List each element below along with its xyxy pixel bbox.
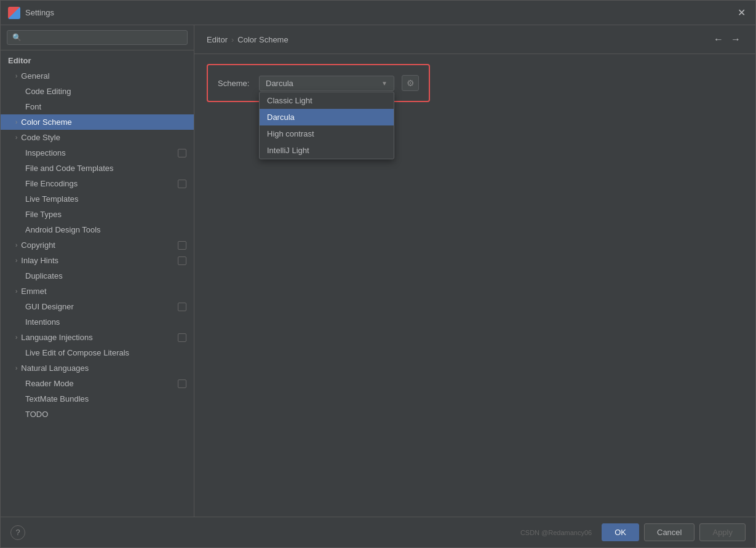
sidebar-item-label: Emmet bbox=[21, 287, 46, 296]
sidebar-item-label: Language Injections bbox=[21, 333, 92, 342]
sidebar-item-label: Font bbox=[25, 102, 41, 111]
sidebar-item-label: File Types bbox=[25, 210, 62, 219]
chevron-icon: › bbox=[15, 73, 17, 79]
scheme-dropdown[interactable]: Darcula ▼ bbox=[259, 76, 394, 91]
scheme-label: Scheme: bbox=[218, 79, 252, 88]
dialog-title: Settings bbox=[25, 8, 54, 17]
sidebar-item-general[interactable]: › General bbox=[1, 68, 194, 84]
sidebar-item-label: Inlay Hints bbox=[21, 256, 58, 265]
sidebar-item-duplicates[interactable]: Duplicates bbox=[1, 268, 194, 284]
scheme-option-darcula[interactable]: Darcula bbox=[260, 109, 394, 125]
chevron-icon: › bbox=[15, 119, 17, 125]
scheme-dropdown-wrapper: Darcula ▼ Classic Light Darcula High con… bbox=[259, 76, 394, 91]
sidebar-item-label: Code Style bbox=[21, 133, 60, 142]
scheme-option-classic-light[interactable]: Classic Light bbox=[260, 92, 394, 109]
expand-icon bbox=[178, 379, 186, 388]
dialog-body: Editor › General Code Editing Font › bbox=[1, 25, 755, 517]
gear-button[interactable]: ⚙ bbox=[402, 75, 419, 91]
forward-arrow[interactable]: → bbox=[728, 33, 743, 46]
sidebar-item-color-scheme[interactable]: › Color Scheme bbox=[1, 114, 194, 130]
sidebar-item-natural-languages[interactable]: › Natural Languages bbox=[1, 360, 194, 376]
close-button[interactable]: ✕ bbox=[735, 7, 748, 19]
sidebar-item-copyright[interactable]: › Copyright bbox=[1, 237, 194, 253]
sidebar-item-inlay-hints[interactable]: › Inlay Hints bbox=[1, 253, 194, 268]
expand-icon bbox=[178, 180, 186, 188]
scheme-row: Scheme: Darcula ▼ Classic Light Darcula … bbox=[218, 75, 419, 91]
sidebar-item-label: GUI Designer bbox=[25, 302, 74, 311]
title-bar-left: Settings bbox=[8, 7, 54, 19]
help-button[interactable]: ? bbox=[10, 525, 25, 540]
search-input[interactable] bbox=[7, 30, 188, 45]
bottom-bar: ? CSDN @Redamancy06 OK Cancel Apply bbox=[1, 517, 755, 547]
watermark: CSDN @Redamancy06 bbox=[520, 529, 592, 536]
sidebar-item-label: Inspections bbox=[25, 148, 66, 157]
breadcrumb: Editor › Color Scheme ← → bbox=[194, 25, 755, 54]
sidebar-item-live-templates[interactable]: Live Templates bbox=[1, 191, 194, 207]
bottom-buttons: OK Cancel Apply bbox=[602, 523, 746, 541]
scheme-option-high-contrast[interactable]: High contrast bbox=[260, 125, 394, 142]
expand-icon bbox=[178, 241, 186, 250]
sidebar-item-todo[interactable]: TODO bbox=[1, 407, 194, 422]
sidebar-item-file-encodings[interactable]: File Encodings bbox=[1, 176, 194, 191]
scheme-dropdown-popup: Classic Light Darcula High contrast Inte… bbox=[259, 92, 394, 159]
chevron-icon: › bbox=[15, 288, 17, 295]
sidebar-item-file-code-templates[interactable]: File and Code Templates bbox=[1, 161, 194, 176]
nav-arrows: ← → bbox=[711, 33, 743, 46]
settings-dialog: Settings ✕ Editor › General bbox=[0, 0, 756, 548]
main-content: Editor › Color Scheme ← → Scheme: D bbox=[194, 25, 755, 517]
sidebar-item-label: Live Edit of Compose Literals bbox=[25, 348, 129, 357]
sidebar-item-inspections[interactable]: Inspections bbox=[1, 145, 194, 161]
sidebar-item-font[interactable]: Font bbox=[1, 99, 194, 114]
breadcrumb-path: Editor › Color Scheme bbox=[207, 35, 288, 44]
sidebar-item-label: File Encodings bbox=[25, 179, 78, 188]
expand-icon bbox=[178, 256, 186, 265]
sidebar-item-label: File and Code Templates bbox=[25, 164, 114, 173]
title-bar: Settings ✕ bbox=[1, 1, 755, 25]
sidebar-item-label: Color Scheme bbox=[21, 117, 71, 127]
expand-icon bbox=[178, 149, 186, 157]
chevron-icon: › bbox=[15, 365, 17, 371]
back-arrow[interactable]: ← bbox=[711, 33, 726, 46]
breadcrumb-editor: Editor bbox=[207, 35, 228, 44]
sidebar-item-file-types[interactable]: File Types bbox=[1, 207, 194, 222]
search-box bbox=[1, 25, 194, 50]
sidebar-item-label: Reader Mode bbox=[25, 379, 74, 388]
sidebar-item-android-design-tools[interactable]: Android Design Tools bbox=[1, 222, 194, 237]
sidebar-item-textmate-bundles[interactable]: TextMate Bundles bbox=[1, 391, 194, 407]
sidebar-item-label: Live Templates bbox=[25, 194, 78, 204]
sidebar-item-code-style[interactable]: › Code Style bbox=[1, 130, 194, 145]
sidebar-item-label: Duplicates bbox=[25, 271, 63, 280]
sidebar-content: Editor › General Code Editing Font › bbox=[1, 50, 194, 517]
chevron-icon: › bbox=[15, 134, 17, 141]
scheme-selected-value: Darcula bbox=[266, 79, 293, 88]
sidebar-item-live-edit[interactable]: Live Edit of Compose Literals bbox=[1, 345, 194, 360]
sidebar-item-gui-designer[interactable]: GUI Designer bbox=[1, 299, 194, 314]
sidebar-item-emmet[interactable]: › Emmet bbox=[1, 284, 194, 299]
scheme-option-intellij-light[interactable]: IntelliJ Light bbox=[260, 142, 394, 159]
sidebar-item-reader-mode[interactable]: Reader Mode bbox=[1, 376, 194, 391]
sidebar-item-label: Android Design Tools bbox=[25, 225, 101, 234]
scheme-panel: Scheme: Darcula ▼ Classic Light Darcula … bbox=[207, 64, 430, 102]
editor-label: Editor bbox=[8, 56, 31, 65]
sidebar-item-label: TextMate Bundles bbox=[25, 394, 89, 403]
ok-button[interactable]: OK bbox=[602, 523, 639, 541]
chevron-icon: › bbox=[15, 257, 17, 264]
sidebar-item-code-editing[interactable]: Code Editing bbox=[1, 84, 194, 99]
sidebar-item-label: General bbox=[21, 71, 49, 81]
chevron-icon: › bbox=[15, 242, 17, 248]
sidebar-item-label: Copyright bbox=[21, 240, 55, 250]
gear-icon: ⚙ bbox=[407, 78, 415, 88]
help-icon: ? bbox=[15, 528, 20, 537]
cancel-button[interactable]: Cancel bbox=[644, 523, 694, 541]
sidebar-item-language-injections[interactable]: › Language Injections bbox=[1, 330, 194, 345]
breadcrumb-color-scheme: Color Scheme bbox=[237, 35, 288, 44]
sidebar-item-label: TODO bbox=[25, 410, 48, 419]
expand-icon bbox=[178, 333, 186, 342]
sidebar: Editor › General Code Editing Font › bbox=[1, 25, 194, 517]
content-area: Scheme: Darcula ▼ Classic Light Darcula … bbox=[194, 54, 755, 517]
app-icon bbox=[8, 7, 20, 19]
sidebar-editor-header[interactable]: Editor bbox=[1, 53, 194, 68]
sidebar-item-intentions[interactable]: Intentions bbox=[1, 314, 194, 330]
apply-button[interactable]: Apply bbox=[699, 523, 746, 541]
sidebar-item-label: Intentions bbox=[25, 317, 60, 327]
